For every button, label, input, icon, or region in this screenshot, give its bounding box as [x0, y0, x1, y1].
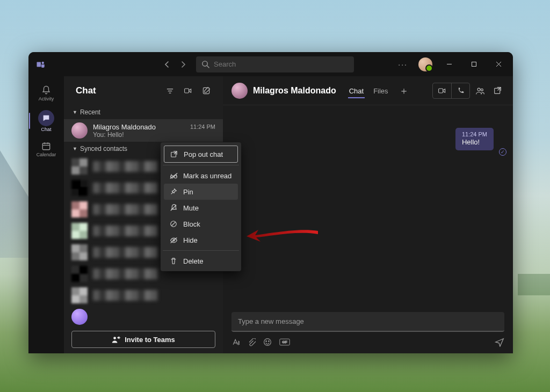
maximize-button[interactable]	[462, 56, 485, 72]
section-recent[interactable]: ▼ Recent	[64, 105, 223, 119]
chat-list-title: Chat	[76, 85, 158, 96]
svg-point-23	[269, 341, 270, 342]
add-tab-button[interactable]: ＋	[397, 84, 411, 97]
calendar-icon	[41, 141, 52, 151]
contact-avatar	[231, 83, 248, 99]
ctx-delete[interactable]: Delete	[164, 253, 238, 269]
ctx-hide[interactable]: Hide	[164, 232, 238, 248]
search-input[interactable]	[214, 60, 349, 68]
teams-window: ··· Activity	[28, 52, 513, 353]
section-label: Recent	[80, 108, 100, 116]
rail-label: Chat	[41, 127, 51, 132]
chat-item-active[interactable]: Milagros Maldonado You: Hello! 11:24 PM	[64, 119, 223, 142]
format-button[interactable]	[231, 338, 240, 346]
app-rail: Activity Chat Calendar	[28, 76, 64, 353]
search-icon	[201, 60, 209, 68]
svg-point-15	[113, 337, 116, 339]
tab-files[interactable]: Files	[372, 78, 389, 103]
rail-label: Activity	[39, 96, 54, 101]
gif-button[interactable]: GIF	[279, 338, 290, 346]
ctx-label: Mute	[183, 204, 199, 212]
audio-call-button[interactable]	[451, 83, 469, 98]
meet-now-button[interactable]	[181, 84, 195, 98]
ctx-mute[interactable]: Mute	[164, 200, 238, 216]
send-button[interactable]	[495, 337, 504, 347]
synced-contact-item[interactable]	[64, 306, 223, 328]
svg-line-34	[170, 237, 177, 243]
svg-point-22	[266, 341, 267, 342]
conversation-panel: Milagros Maldonado Chat Files ＋	[223, 76, 513, 353]
call-button-group	[432, 83, 470, 99]
contact-name: Milagros Maldonado	[93, 123, 185, 131]
caret-down-icon: ▼	[73, 146, 77, 151]
message-text: Hello!	[462, 138, 487, 146]
new-chat-button[interactable]	[199, 84, 213, 98]
svg-point-1	[42, 61, 45, 64]
close-button[interactable]	[487, 56, 510, 72]
popout-button[interactable]	[490, 84, 504, 98]
user-avatar[interactable]	[418, 57, 432, 71]
ctx-label: Block	[183, 220, 200, 228]
bell-icon	[41, 85, 52, 96]
svg-rect-13	[185, 89, 189, 93]
svg-rect-6	[42, 143, 50, 149]
more-button[interactable]: ···	[393, 58, 413, 71]
emoji-button[interactable]	[263, 338, 272, 346]
nav-back-button[interactable]	[160, 57, 175, 72]
ctx-label: Pin	[183, 188, 193, 196]
hide-icon	[169, 236, 178, 244]
rail-chat[interactable]: Chat	[29, 107, 63, 134]
ctx-label: Mark as unread	[183, 172, 231, 180]
section-label: Synced contacts	[80, 145, 127, 153]
ctx-label: Pop out chat	[184, 150, 223, 158]
svg-text:GIF: GIF	[282, 341, 287, 344]
svg-line-32	[172, 222, 176, 226]
message-timestamp: 11:24 PM	[462, 131, 487, 137]
filter-button[interactable]	[163, 84, 177, 98]
svg-rect-0	[37, 62, 41, 67]
ctx-label: Delete	[183, 257, 204, 265]
rail-calendar[interactable]: Calendar	[29, 135, 63, 162]
caret-down-icon: ▼	[73, 110, 77, 115]
rail-activity[interactable]: Activity	[29, 79, 63, 106]
chat-context-menu: Pop out chat Mark as unread Pin Mute Blo…	[161, 142, 241, 271]
trash-icon	[169, 257, 178, 265]
minimize-button[interactable]	[438, 56, 460, 72]
tab-chat[interactable]: Chat	[348, 78, 365, 103]
search-box[interactable]	[196, 56, 354, 72]
message-input[interactable]: Type a new message	[231, 312, 504, 332]
people-button[interactable]	[473, 84, 487, 98]
invite-to-teams-button[interactable]: Invite to Teams	[71, 331, 215, 348]
svg-line-30	[171, 205, 177, 211]
ctx-label: Hide	[183, 236, 198, 244]
message-area: 11:24 PM Hello! ✓	[223, 105, 513, 307]
message-time: 11:24 PM	[190, 124, 215, 130]
sent-message[interactable]: 11:24 PM Hello!	[455, 128, 494, 150]
nav-forward-button[interactable]	[176, 57, 191, 72]
conversation-title: Milagros Maldonado	[253, 86, 336, 96]
video-call-button[interactable]	[433, 83, 451, 98]
ctx-pin[interactable]: Pin	[164, 184, 238, 200]
svg-point-18	[477, 88, 480, 91]
invite-label: Invite to Teams	[125, 336, 175, 344]
popout-icon	[170, 150, 178, 158]
chat-icon	[41, 113, 52, 124]
people-add-icon	[112, 335, 120, 344]
conversation-header: Milagros Maldonado Chat Files ＋	[223, 76, 513, 105]
contact-avatar	[71, 122, 88, 139]
message-preview: You: Hello!	[93, 131, 185, 139]
seen-indicator-icon: ✓	[499, 148, 506, 156]
synced-contact-item[interactable]	[64, 285, 223, 306]
pin-icon	[169, 187, 178, 196]
titlebar: ···	[28, 52, 513, 76]
svg-rect-5	[472, 62, 476, 67]
ctx-mark-unread[interactable]: Mark as unread	[164, 168, 238, 184]
svg-rect-17	[439, 89, 443, 93]
composer-area: Type a new message GIF	[223, 307, 513, 353]
svg-point-19	[481, 89, 483, 91]
block-icon	[169, 220, 178, 228]
attach-button[interactable]	[248, 338, 256, 346]
rail-label: Calendar	[37, 152, 56, 157]
ctx-block[interactable]: Block	[164, 216, 238, 232]
ctx-pop-out[interactable]: Pop out chat	[164, 146, 238, 163]
